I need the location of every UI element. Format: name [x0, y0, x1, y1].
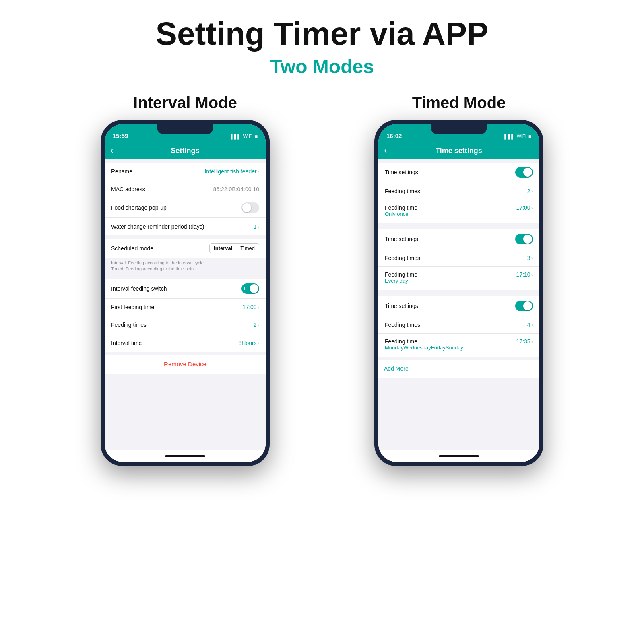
settings-group-3: Interval feeding switch I First feeding …	[105, 279, 266, 352]
chevron-icon: ›	[531, 205, 533, 211]
add-more-label[interactable]: Add More	[384, 365, 534, 372]
chevron-icon: ›	[531, 322, 533, 328]
interval-time-value: 8Hours ›	[239, 340, 259, 346]
timed-phone-notch	[431, 124, 487, 134]
first-feeding-time-item[interactable]: First feeding time 17:00 ›	[105, 299, 266, 316]
first-feeding-time-value: 17:00 ›	[243, 304, 259, 310]
feeding-times-2-value: 3 ›	[527, 255, 533, 261]
feeding-time-1-item[interactable]: Feeding time 17:00 › Only once	[378, 200, 539, 223]
rename-label: Rename	[111, 168, 204, 175]
feeding-times-3-value: 4 ›	[527, 322, 533, 328]
signal-icon: ▌▌▌	[231, 134, 241, 139]
chevron-icon: ›	[258, 168, 259, 174]
wifi-icon: WiFi	[243, 134, 253, 139]
timed-status-time: 16:02	[386, 132, 402, 139]
interval-switch-toggle[interactable]: I	[242, 283, 259, 294]
interval-time-item[interactable]: Interval time 8Hours ›	[105, 334, 266, 352]
back-button[interactable]: ‹	[110, 145, 113, 156]
timed-settings-content: Time settings I Feeding times 2 ›	[378, 159, 539, 450]
chevron-icon: ›	[258, 322, 259, 328]
time-settings-3-item[interactable]: Time settings I	[378, 296, 539, 316]
feeding-times-1-value: 2 ›	[527, 188, 533, 194]
sub-title: Two Modes	[270, 56, 374, 78]
scheduled-mode-item[interactable]: Scheduled mode Interval Timed	[105, 239, 266, 258]
interval-mode-section: Interval Mode 15:59 ▌▌▌ WiFi ■ ‹ Set	[64, 94, 306, 466]
feeding-time-1-sub: Only once	[385, 211, 409, 219]
mode-note: Interval: Feeding according to the inter…	[105, 258, 266, 276]
water-change-item[interactable]: Water change reminder period (days) 1 ›	[105, 218, 266, 235]
timed-status-icons: ▌▌▌ WiFi ■	[504, 134, 531, 139]
timed-section-3: Time settings I Feeding times 4 ›	[378, 296, 539, 357]
interval-switch-label: Interval feeding switch	[111, 285, 242, 292]
food-shortage-toggle[interactable]	[242, 202, 259, 213]
feeding-time-3-value: 17:35 ›	[516, 338, 533, 345]
rename-value: Intelligent fish feeder ›	[204, 168, 259, 175]
feeding-times-1-item[interactable]: Feeding times 2 ›	[378, 182, 539, 200]
remove-device-section[interactable]: Remove Device	[105, 355, 266, 374]
time-settings-2-label: Time settings	[385, 236, 515, 242]
remove-device-label[interactable]: Remove Device	[164, 361, 206, 367]
toggle-knob	[523, 168, 532, 177]
food-shortage-item[interactable]: Food shortage pop-up	[105, 198, 266, 218]
timed-header-title: Time settings	[436, 147, 482, 155]
feeding-times-item[interactable]: Feeding times 2 ›	[105, 316, 266, 334]
chevron-icon: ›	[531, 272, 533, 278]
feeding-time-3-sub: MondayWednesdayFridaySunday	[385, 345, 463, 352]
interval-segment-btn[interactable]: Interval	[210, 244, 236, 253]
timed-mode-section: Timed Mode 16:02 ▌▌▌ WiFi ■ ‹ Time s	[338, 94, 580, 466]
interval-mode-title: Interval Mode	[133, 94, 237, 112]
toggle-knob	[242, 203, 251, 212]
time-settings-3-toggle[interactable]: I	[515, 301, 533, 311]
separator-1	[378, 223, 539, 226]
chevron-icon: ›	[258, 304, 259, 310]
mac-item: MAC address 86:22:0B:04:00:10	[105, 180, 266, 198]
settings-group-1: Rename Intelligent fish feeder › MAC add…	[105, 163, 266, 235]
settings-group-2: Scheduled mode Interval Timed	[105, 239, 266, 258]
rename-item[interactable]: Rename Intelligent fish feeder ›	[105, 163, 266, 180]
timed-back-button[interactable]: ‹	[384, 145, 387, 156]
header-title: Settings	[171, 147, 199, 155]
timed-mode-title: Timed Mode	[412, 94, 506, 112]
add-more-section[interactable]: Add More	[378, 360, 539, 378]
feeding-times-3-item[interactable]: Feeding times 4 ›	[378, 316, 539, 334]
feeding-time-3-label: Feeding time	[385, 338, 516, 345]
feeding-time-2-item[interactable]: Feeding time 17:10 › Every day	[378, 267, 539, 290]
feeding-time-1-label: Feeding time	[385, 204, 516, 211]
feeding-times-2-item[interactable]: Feeding times 3 ›	[378, 249, 539, 267]
water-change-label: Water change reminder period (days)	[111, 223, 254, 230]
segment-control[interactable]: Interval Timed	[209, 243, 259, 253]
chevron-icon: ›	[258, 340, 259, 346]
interval-phone-inner: 15:59 ▌▌▌ WiFi ■ ‹ Settings	[105, 124, 266, 462]
time-settings-1-toggle[interactable]: I	[515, 167, 533, 178]
timed-section-1: Time settings I Feeding times 2 ›	[378, 163, 539, 223]
feeding-times-2-label: Feeding times	[385, 255, 527, 261]
timed-segment-btn[interactable]: Timed	[236, 244, 259, 253]
feeding-times-3-label: Feeding times	[385, 322, 527, 328]
settings-content: Rename Intelligent fish feeder › MAC add…	[105, 159, 266, 450]
phones-container: Interval Mode 15:59 ▌▌▌ WiFi ■ ‹ Set	[24, 94, 620, 466]
timed-phone: 16:02 ▌▌▌ WiFi ■ ‹ Time settings	[374, 120, 543, 466]
time-settings-2-toggle[interactable]: I	[515, 234, 533, 244]
time-settings-1-item[interactable]: Time settings I	[378, 163, 539, 182]
interval-switch-item[interactable]: Interval feeding switch I	[105, 279, 266, 299]
wifi-icon: WiFi	[517, 134, 526, 139]
time-settings-2-item[interactable]: Time settings I	[378, 229, 539, 249]
main-title: Setting Timer via APP	[156, 16, 489, 52]
feeding-time-3-item[interactable]: Feeding time 17:35 › MondayWednesdayFrid…	[378, 334, 539, 357]
timed-home-bar	[378, 450, 539, 462]
chevron-icon: ›	[531, 339, 533, 345]
chevron-icon: ›	[531, 188, 533, 194]
battery-icon: ■	[528, 134, 531, 139]
status-time: 15:59	[113, 132, 128, 139]
toggle-on-label: I	[518, 170, 519, 174]
timed-phone-inner: 16:02 ▌▌▌ WiFi ■ ‹ Time settings	[378, 124, 539, 462]
feeding-time-2-label: Feeding time	[385, 271, 516, 278]
timed-app-header: ‹ Time settings	[378, 142, 539, 159]
home-indicator	[165, 455, 205, 457]
chevron-icon: ›	[531, 255, 533, 261]
phone-notch	[157, 124, 213, 134]
status-icons: ▌▌▌ WiFi ■	[231, 134, 258, 139]
time-settings-3-label: Time settings	[385, 303, 515, 309]
home-bar	[105, 450, 266, 462]
feeding-times-1-label: Feeding times	[385, 188, 527, 194]
